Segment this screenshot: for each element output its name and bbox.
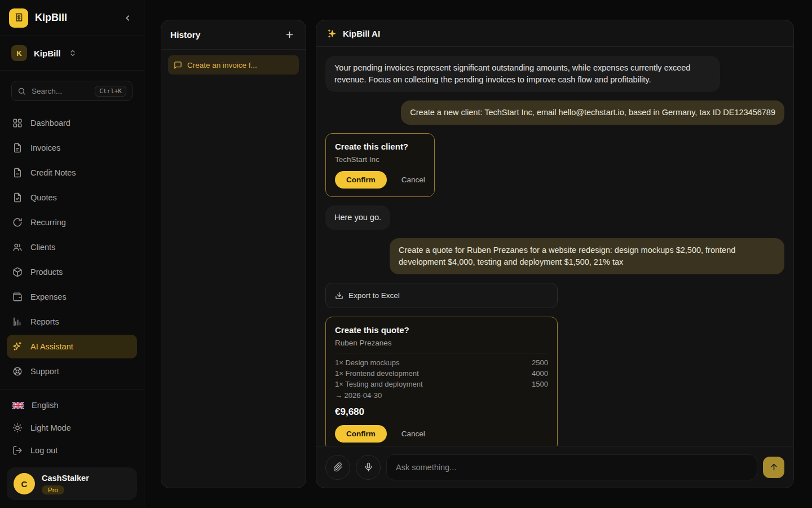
sidebar-item-label: AI Assistant bbox=[30, 342, 73, 351]
sidebar-item-recurring[interactable]: Recurring bbox=[7, 211, 137, 234]
sidebar-item-credit-notes[interactable]: Credit Notes bbox=[7, 161, 137, 185]
credit-note-icon bbox=[12, 168, 23, 178]
expenses-icon bbox=[12, 292, 23, 302]
line-amount: 1500 bbox=[532, 379, 548, 390]
user-profile-card[interactable]: C CashStalker Pro bbox=[7, 467, 137, 500]
user-message: Create a quote for Ruben Prezanes for a … bbox=[390, 238, 784, 274]
message-row: Your pending invoices represent signific… bbox=[325, 56, 784, 92]
message-row: Create a new client: TechStart Inc, emai… bbox=[325, 100, 784, 125]
sidebar-item-dashboard[interactable]: Dashboard bbox=[7, 111, 137, 135]
collapse-sidebar-icon[interactable] bbox=[121, 11, 135, 25]
create-client-card: Create this client? TechStart Inc Confir… bbox=[325, 133, 435, 197]
workspace-selector[interactable]: K KipBill bbox=[0, 36, 144, 71]
ask-input[interactable] bbox=[386, 454, 757, 480]
logout-button[interactable]: Log out bbox=[7, 439, 137, 462]
chat-messages: Your pending invoices represent signific… bbox=[316, 47, 793, 446]
quote-icon bbox=[12, 192, 23, 203]
new-chat-button[interactable] bbox=[283, 28, 297, 42]
cancel-quote-button[interactable]: Cancel bbox=[401, 430, 425, 438]
ai-message: Here you go. bbox=[325, 205, 390, 230]
sidebar-item-label: Credit Notes bbox=[30, 168, 76, 177]
line-amount: 4000 bbox=[532, 369, 548, 379]
create-quote-card: Create this quote? Ruben Prezanes 1× Des… bbox=[325, 317, 558, 446]
divider bbox=[335, 353, 548, 353]
language-selector[interactable]: English bbox=[7, 394, 137, 417]
sidebar-item-clients[interactable]: Clients bbox=[7, 235, 137, 259]
history-panel: History Create an invoice f... bbox=[161, 20, 306, 488]
quote-card-title: Create this quote? bbox=[335, 325, 548, 335]
paperclip-icon bbox=[333, 462, 343, 472]
chevrons-up-down-icon bbox=[69, 49, 77, 57]
sidebar: KipBill K KipBill Search... Ctrl+K Dashb… bbox=[0, 0, 144, 508]
cancel-client-button[interactable]: Cancel bbox=[401, 176, 425, 184]
products-icon bbox=[12, 267, 23, 277]
dashboard-icon bbox=[12, 118, 23, 128]
search-icon bbox=[17, 87, 26, 95]
reports-icon bbox=[12, 317, 23, 327]
language-label: English bbox=[32, 401, 59, 410]
quote-line-item: 1× Frontend development 4000 bbox=[335, 369, 548, 379]
sidebar-item-products[interactable]: Products bbox=[7, 260, 137, 284]
confirm-client-button[interactable]: Confirm bbox=[335, 171, 387, 189]
history-title: History bbox=[170, 30, 200, 40]
workspace-name: KipBill bbox=[34, 49, 61, 58]
chat-title: KipBill AI bbox=[343, 29, 380, 38]
workspace-avatar: K bbox=[11, 45, 27, 61]
logout-label: Log out bbox=[30, 446, 58, 455]
search-input[interactable]: Search... Ctrl+K bbox=[11, 81, 133, 101]
voice-input-button[interactable] bbox=[356, 455, 381, 480]
message-row: Create a quote for Ruben Prezanes for a … bbox=[325, 238, 784, 274]
history-item-label: Create an invoice f... bbox=[187, 61, 257, 69]
message-row: Here you go. bbox=[325, 205, 784, 230]
sidebar-item-reports[interactable]: Reports bbox=[7, 310, 137, 334]
chat-panel: KipBill AI Your pending invoices represe… bbox=[316, 20, 794, 488]
arrow-up-icon bbox=[769, 462, 779, 472]
sidebar-nav: Dashboard Invoices Credit Notes Quotes R… bbox=[0, 107, 144, 384]
quote-total: €9,680 bbox=[335, 406, 548, 418]
send-button[interactable] bbox=[763, 457, 784, 478]
sidebar-item-invoices[interactable]: Invoices bbox=[7, 136, 137, 160]
history-header: History bbox=[161, 20, 306, 50]
logout-icon bbox=[12, 445, 23, 456]
quote-line-item: 1× Testing and deployment 1500 bbox=[335, 379, 548, 390]
clients-icon bbox=[12, 242, 23, 252]
confirm-quote-button[interactable]: Confirm bbox=[335, 425, 387, 443]
sidebar-item-label: Support bbox=[30, 367, 59, 376]
logo-row: KipBill bbox=[0, 0, 144, 36]
sidebar-item-label: Dashboard bbox=[30, 119, 70, 128]
sidebar-item-expenses[interactable]: Expenses bbox=[7, 285, 137, 309]
quote-line-item: 1× Design mockups 2500 bbox=[335, 358, 548, 369]
chat-bubble-icon bbox=[174, 61, 182, 69]
app-title: KipBill bbox=[35, 12, 114, 24]
theme-toggle[interactable]: Light Mode bbox=[7, 417, 137, 439]
attach-file-button[interactable] bbox=[325, 455, 350, 480]
sidebar-item-ai-assistant[interactable]: AI Assistant bbox=[7, 335, 137, 358]
sidebar-item-label: Products bbox=[30, 268, 63, 277]
recurring-icon bbox=[12, 217, 23, 227]
quote-valid-until: → 2026-04-30 bbox=[335, 391, 548, 400]
history-list-item[interactable]: Create an invoice f... bbox=[168, 55, 299, 75]
search-shortcut-badge: Ctrl+K bbox=[95, 86, 126, 97]
uk-flag-icon bbox=[12, 402, 24, 409]
theme-label: Light Mode bbox=[30, 423, 71, 432]
user-avatar: C bbox=[14, 473, 35, 494]
sun-icon bbox=[12, 423, 23, 433]
plan-badge: Pro bbox=[42, 485, 64, 494]
sidebar-item-support[interactable]: Support bbox=[7, 360, 137, 383]
search-placeholder: Search... bbox=[32, 87, 89, 95]
user-message: Create a new client: TechStart Inc, emai… bbox=[401, 100, 784, 125]
line-amount: 2500 bbox=[532, 358, 548, 369]
sidebar-item-label: Reports bbox=[30, 317, 59, 326]
microphone-icon bbox=[364, 462, 373, 472]
sparkles-icon bbox=[12, 341, 23, 352]
client-card-name: TechStart Inc bbox=[335, 155, 425, 164]
invoice-icon bbox=[12, 143, 23, 153]
sidebar-item-label: Expenses bbox=[30, 292, 67, 301]
sidebar-footer: English Light Mode Log out bbox=[0, 389, 144, 462]
sidebar-item-label: Invoices bbox=[30, 143, 60, 152]
export-to-excel-button[interactable]: Export to Excel bbox=[325, 283, 558, 308]
download-icon bbox=[335, 291, 343, 300]
support-icon bbox=[12, 366, 23, 376]
kipbill-logo-icon bbox=[9, 8, 28, 28]
sidebar-item-quotes[interactable]: Quotes bbox=[7, 186, 137, 209]
